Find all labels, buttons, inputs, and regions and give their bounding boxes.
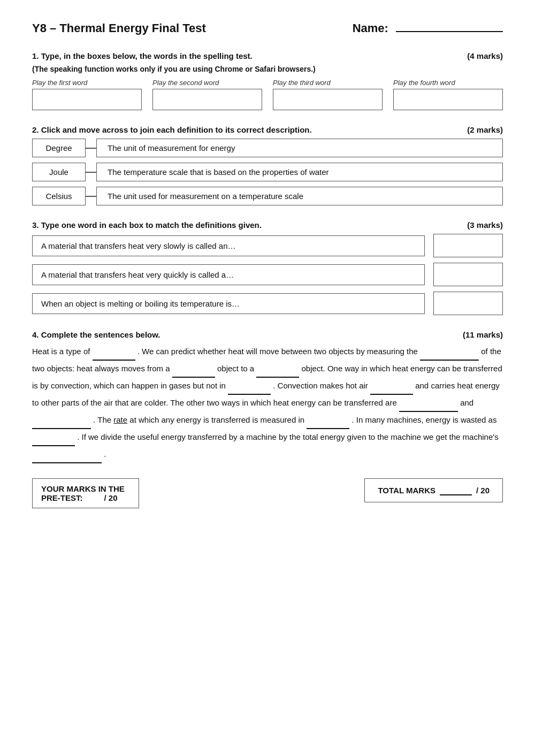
match-row-2: Joule The temperature scale that is base… xyxy=(32,163,503,181)
def-prompt-3: When an object is melting or boiling its… xyxy=(32,293,425,314)
q4-header: 4. Complete the sentences below. (11 mar… xyxy=(32,330,503,339)
q1-instruction: 1. Type, in the boxes below, the words i… xyxy=(32,51,253,60)
matching-container: Degree The unit of measurement for energ… xyxy=(32,139,503,205)
blank-2[interactable] xyxy=(420,343,479,361)
q1-marks: (4 marks) xyxy=(467,51,503,60)
pre-test-denom: / 20 xyxy=(104,493,118,502)
pre-test-label1: YOUR MARKS IN THE xyxy=(41,484,130,493)
question-3: 3. Type one word in each box to match th… xyxy=(32,220,503,315)
blank-7[interactable] xyxy=(399,395,458,412)
q4-instruction: 4. Complete the sentences below. xyxy=(32,330,160,339)
q4-marks: (11 marks) xyxy=(463,330,503,339)
blank-8[interactable] xyxy=(32,412,91,429)
total-marks-box: TOTAL MARKS / 20 xyxy=(364,478,503,502)
marks-footer: YOUR MARKS IN THE PRE-TEST: / 20 TOTAL M… xyxy=(32,478,503,508)
match-row-3: Celsius The unit used for measurement on… xyxy=(32,187,503,205)
blank-4[interactable] xyxy=(256,361,299,378)
q2-header: 2. Click and move across to join each de… xyxy=(32,125,503,134)
q3-marks: (3 marks) xyxy=(467,220,503,230)
definitions-container: A material that transfers heat very slow… xyxy=(32,234,503,315)
blank-10[interactable] xyxy=(32,429,75,446)
pre-test-box: YOUR MARKS IN THE PRE-TEST: / 20 xyxy=(32,478,139,508)
total-blank[interactable] xyxy=(440,485,472,495)
spelling-col-1: Play the first word xyxy=(32,79,142,110)
match-row-1: Degree The unit of measurement for energ… xyxy=(32,139,503,157)
def-prompt-2: A material that transfers heat very quic… xyxy=(32,264,425,285)
name-field: Name: xyxy=(353,21,503,35)
spelling-input-3[interactable] xyxy=(273,89,383,110)
total-label: TOTAL MARKS xyxy=(378,486,435,495)
match-term-3[interactable]: Celsius xyxy=(32,187,86,205)
q2-marks: (2 marks) xyxy=(467,125,503,134)
blank-1[interactable] xyxy=(93,343,135,361)
match-connector-1 xyxy=(86,148,96,149)
spelling-label-3: Play the third word xyxy=(273,79,331,87)
def-answer-1[interactable] xyxy=(433,234,503,257)
match-connector-3 xyxy=(86,196,96,197)
spelling-col-4: Play the fourth word xyxy=(393,79,503,110)
name-line[interactable] xyxy=(396,31,503,32)
spelling-col-2: Play the second word xyxy=(152,79,262,110)
q1-subtext: (The speaking function works only if you… xyxy=(32,65,503,73)
match-term-2[interactable]: Joule xyxy=(32,163,86,181)
spelling-label-4: Play the fourth word xyxy=(393,79,455,87)
blank-6[interactable] xyxy=(370,378,413,395)
blank-5[interactable] xyxy=(228,378,271,395)
q3-instruction: 3. Type one word in each box to match th… xyxy=(32,220,262,230)
question-1: 1. Type, in the boxes below, the words i… xyxy=(32,51,503,110)
match-desc-1[interactable]: The unit of measurement for energy xyxy=(96,139,503,157)
match-desc-3[interactable]: The unit used for measurement on a tempe… xyxy=(96,187,503,205)
spelling-grid: Play the first word Play the second word… xyxy=(32,79,503,110)
q2-instruction: 2. Click and move across to join each de… xyxy=(32,125,312,134)
def-answer-2[interactable] xyxy=(433,263,503,286)
match-term-1[interactable]: Degree xyxy=(32,139,86,157)
page-title: Y8 – Thermal Energy Final Test xyxy=(32,21,206,35)
spelling-label-1: Play the first word xyxy=(32,79,87,87)
blank-9[interactable] xyxy=(307,412,349,429)
spelling-col-3: Play the third word xyxy=(273,79,383,110)
spelling-label-2: Play the second word xyxy=(152,79,219,87)
spelling-input-2[interactable] xyxy=(152,89,262,110)
blank-11[interactable] xyxy=(32,446,102,463)
pre-test-row: PRE-TEST: / 20 xyxy=(41,493,130,502)
fill-paragraph: Heat is a type of . We can predict wheth… xyxy=(32,343,503,463)
total-denom: / 20 xyxy=(476,486,490,495)
spelling-input-1[interactable] xyxy=(32,89,142,110)
def-prompt-1: A material that transfers heat very slow… xyxy=(32,235,425,256)
match-desc-2[interactable]: The temperature scale that is based on t… xyxy=(96,163,503,181)
spelling-input-4[interactable] xyxy=(393,89,503,110)
q1-header: 1. Type, in the boxes below, the words i… xyxy=(32,51,503,60)
def-row-3: When an object is melting or boiling its… xyxy=(32,292,503,315)
match-connector-2 xyxy=(86,172,96,173)
page-header: Y8 – Thermal Energy Final Test Name: xyxy=(32,21,503,35)
question-4: 4. Complete the sentences below. (11 mar… xyxy=(32,330,503,463)
pre-test-label2: PRE-TEST: xyxy=(41,493,83,502)
q3-header: 3. Type one word in each box to match th… xyxy=(32,220,503,230)
rate-word: rate xyxy=(113,415,127,424)
def-answer-3[interactable] xyxy=(433,292,503,315)
question-2: 2. Click and move across to join each de… xyxy=(32,125,503,205)
blank-3[interactable] xyxy=(172,361,215,378)
def-row-1: A material that transfers heat very slow… xyxy=(32,234,503,257)
def-row-2: A material that transfers heat very quic… xyxy=(32,263,503,286)
